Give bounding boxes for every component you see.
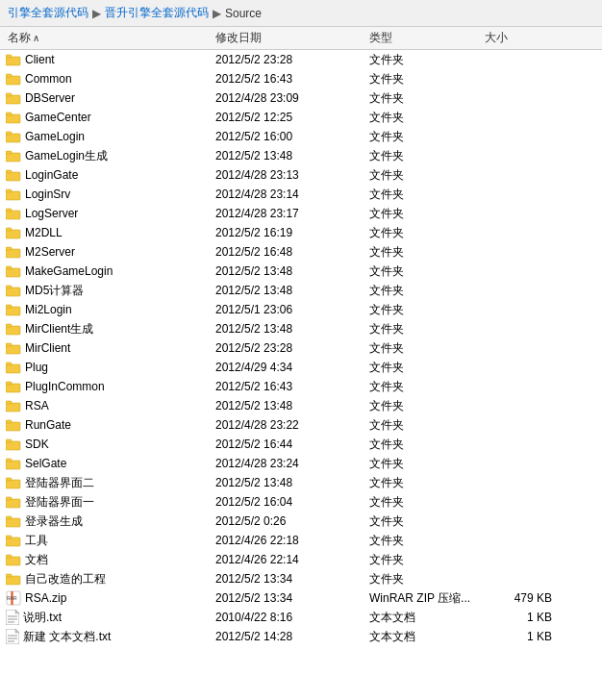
svg-rect-53 (6, 382, 12, 385)
file-name-label: SelGate (25, 457, 66, 470)
col-header-size[interactable]: 大小 (481, 30, 558, 46)
file-date-cell: 2012/5/2 13:48 (212, 149, 365, 162)
file-name-label: MirClient生成 (25, 321, 93, 338)
file-name-label: 工具 (25, 533, 48, 549)
folder-icon (6, 149, 21, 162)
file-type-cell: 文件夹 (365, 379, 481, 395)
file-name-cell: DBServer (0, 91, 212, 105)
svg-rect-41 (6, 305, 12, 308)
table-row[interactable]: 自己改造的工程2012/5/2 13:34文件夹 (0, 569, 602, 588)
table-row[interactable]: MakeGameLogin2012/5/2 13:48文件夹 (0, 262, 602, 281)
folder-icon (6, 438, 21, 451)
table-row[interactable]: LogServer2012/4/28 23:17文件夹 (0, 204, 602, 223)
file-type-cell: 文件夹 (365, 129, 481, 145)
table-row[interactable]: MD5计算器2012/5/2 13:48文件夹 (0, 281, 602, 300)
svg-rect-10 (6, 114, 20, 123)
file-date-cell: 2012/4/28 23:17 (212, 207, 365, 220)
folder-icon (6, 380, 21, 393)
table-row[interactable]: 工具2012/4/26 22:18文件夹 (0, 531, 602, 550)
svg-rect-14 (6, 132, 12, 135)
folder-icon (6, 207, 21, 220)
file-name-cell: SelGate (0, 457, 212, 470)
table-row[interactable]: SelGate2012/4/28 23:24文件夹 (0, 454, 602, 473)
svg-rect-2 (6, 55, 12, 58)
table-row[interactable]: M2Server2012/5/2 16:48文件夹 (0, 242, 602, 262)
table-row[interactable]: Common2012/5/2 16:43文件夹 (0, 69, 602, 88)
table-row[interactable]: 登录器生成2012/5/2 0:26文件夹 (0, 512, 602, 531)
file-date-cell: 2012/5/2 23:28 (212, 341, 365, 355)
table-row[interactable]: Mi2Login2012/5/1 23:06文件夹 (0, 300, 602, 319)
file-date-cell: 2012/4/28 23:09 (212, 91, 365, 105)
file-date-cell: 2012/4/26 22:18 (212, 534, 365, 547)
file-type-cell: 文件夹 (365, 417, 481, 434)
svg-rect-26 (6, 209, 12, 212)
table-row[interactable]: GameLogin生成2012/5/2 13:48文件夹 (0, 146, 602, 165)
svg-rect-5 (6, 74, 12, 77)
file-date-cell: 2012/5/2 13:34 (212, 572, 365, 586)
txt-icon (6, 629, 19, 644)
svg-rect-22 (6, 191, 20, 200)
file-name-label: GameCenter (25, 111, 91, 124)
table-row[interactable]: 登陆器界面二2012/5/2 13:48文件夹 (0, 473, 602, 492)
file-name-cell: 登陆器界面一 (0, 494, 212, 511)
svg-rect-67 (6, 480, 20, 488)
table-row[interactable]: 说明.txt2010/4/22 8:16文本文档1 KB (0, 608, 602, 627)
table-row[interactable]: MirClient生成2012/5/2 13:48文件夹 (0, 319, 602, 338)
folder-icon (6, 572, 21, 586)
file-name-label: Mi2Login (25, 303, 72, 316)
table-row[interactable]: M2DLL2012/5/2 16:19文件夹 (0, 223, 602, 242)
table-row[interactable]: DBServer2012/4/28 23:09文件夹 (0, 88, 602, 108)
table-row[interactable]: GameLogin2012/5/2 16:00文件夹 (0, 127, 602, 146)
folder-icon (6, 534, 21, 547)
table-row[interactable]: RAR RSA.zip2012/5/2 13:34WinRAR ZIP 压缩..… (0, 588, 602, 608)
svg-rect-56 (6, 401, 12, 404)
table-row[interactable]: LoginSrv2012/4/28 23:14文件夹 (0, 185, 602, 204)
svg-rect-43 (6, 326, 20, 335)
breadcrumb-item-1[interactable]: 引擎全套源代码 (8, 5, 88, 21)
col-header-date[interactable]: 修改日期 (212, 30, 365, 46)
table-row[interactable]: SDK2012/5/2 16:44文件夹 (0, 435, 602, 454)
file-date-cell: 2012/5/2 14:28 (212, 630, 365, 643)
table-row[interactable]: PlugInCommon2012/5/2 16:43文件夹 (0, 377, 602, 396)
col-header-name[interactable]: 名称 ∧ (0, 30, 212, 46)
file-name-label: RunGate (25, 418, 71, 432)
table-row[interactable]: LoginGate2012/4/28 23:13文件夹 (0, 165, 602, 185)
svg-rect-61 (6, 441, 20, 450)
file-date-cell: 2012/5/2 16:04 (212, 495, 365, 509)
table-row[interactable]: Plug2012/4/29 4:34文件夹 (0, 358, 602, 377)
file-date-cell: 2012/5/2 13:48 (212, 322, 365, 336)
breadcrumb-item-2[interactable]: 晋升引擎全套源代码 (105, 5, 209, 21)
table-row[interactable]: MirClient2012/5/2 23:28文件夹 (0, 338, 602, 358)
table-row[interactable]: 登陆器界面一2012/5/2 16:04文件夹 (0, 492, 602, 512)
folder-icon (6, 130, 21, 143)
file-type-cell: 文件夹 (365, 167, 481, 184)
folder-icon (6, 111, 21, 124)
table-row[interactable]: Client2012/5/2 23:28文件夹 (0, 50, 602, 69)
table-row[interactable]: RunGate2012/4/28 23:22文件夹 (0, 415, 602, 435)
file-type-cell: 文件夹 (365, 90, 481, 107)
svg-rect-59 (6, 420, 12, 423)
file-name-label: RSA.zip (25, 591, 66, 605)
svg-rect-16 (6, 153, 20, 162)
file-type-cell: 文件夹 (365, 283, 481, 299)
svg-rect-76 (6, 538, 20, 546)
file-name-cell: MakeGameLogin (0, 264, 212, 278)
svg-rect-68 (6, 478, 12, 481)
svg-rect-17 (6, 151, 12, 154)
col-header-type[interactable]: 类型 (365, 30, 481, 46)
file-type-cell: 文件夹 (365, 475, 481, 491)
folder-icon (6, 322, 21, 336)
file-type-cell: 文件夹 (365, 225, 481, 241)
file-type-cell: 文件夹 (365, 571, 481, 588)
svg-rect-25 (6, 211, 20, 219)
table-row[interactable]: 新建 文本文档.txt2012/5/2 14:28文本文档1 KB (0, 627, 602, 646)
svg-rect-28 (6, 230, 20, 238)
table-row[interactable]: GameCenter2012/5/2 12:25文件夹 (0, 108, 602, 127)
file-name-cell: Client (0, 53, 212, 66)
file-name-cell: 说明.txt (0, 610, 212, 626)
file-name-cell: Plug (0, 361, 212, 374)
file-date-cell: 2012/5/1 23:06 (212, 303, 365, 316)
table-row[interactable]: 文档2012/4/26 22:14文件夹 (0, 550, 602, 569)
zip-icon: RAR (6, 590, 21, 606)
table-row[interactable]: RSA2012/5/2 13:48文件夹 (0, 396, 602, 415)
